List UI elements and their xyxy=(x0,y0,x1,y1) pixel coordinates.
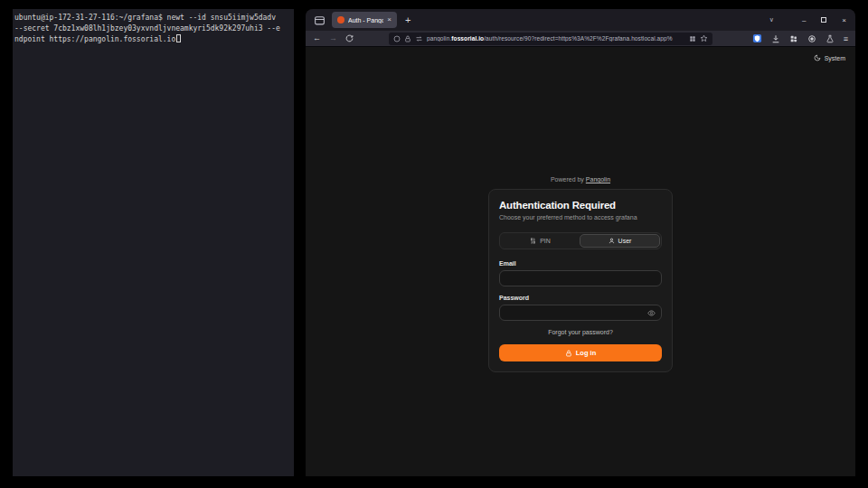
eye-icon[interactable] xyxy=(647,309,656,317)
terminal-window[interactable]: ubuntu@ip-172-31-27-116:~/grafana$ newt … xyxy=(13,9,294,476)
extensions-icon[interactable] xyxy=(789,34,798,43)
close-window-button[interactable]: × xyxy=(842,16,846,24)
email-field[interactable] xyxy=(499,270,662,286)
pangolin-link[interactable]: Pangolin xyxy=(586,176,610,183)
tab-title: Auth - Pangolin xyxy=(348,17,383,23)
auth-section: Powered by Pangolin Authentication Requi… xyxy=(488,176,673,372)
reload-button[interactable] xyxy=(345,34,354,42)
auth-card: Authentication Required Choose your pref… xyxy=(488,189,673,372)
tab-bar: Auth - Pangolin × + ∨ – × xyxy=(306,9,855,31)
desktop: ubuntu@ip-172-31-27-116:~/grafana$ newt … xyxy=(0,0,868,488)
password-field[interactable] xyxy=(499,305,662,321)
tab-pin[interactable]: PIN xyxy=(501,234,580,248)
browser-window: Auth - Pangolin × + ∨ – × ← → xyxy=(306,9,855,476)
terminal-line: ubuntu@ip-172-31-27-116:~/grafana$ newt … xyxy=(14,13,292,23)
tracking-protection-shield-icon[interactable] xyxy=(393,35,401,42)
swap-arrows-icon[interactable] xyxy=(415,35,423,42)
record-circle-extension-icon[interactable] xyxy=(807,34,816,43)
padlock-icon[interactable] xyxy=(404,35,411,42)
terminal-line: ndpoint https://pangolin.fossorial.io xyxy=(14,34,292,45)
list-all-tabs-icon[interactable]: ∨ xyxy=(769,16,774,23)
bookmark-star-icon[interactable] xyxy=(700,34,708,42)
new-tab-button[interactable]: + xyxy=(405,15,410,25)
theme-toggle-button[interactable]: System xyxy=(814,54,845,61)
flask-extension-icon[interactable] xyxy=(826,34,835,43)
password-manager-extension-icon[interactable] xyxy=(752,33,762,43)
pangolin-favicon-icon xyxy=(337,16,344,23)
firefox-view-icon[interactable] xyxy=(314,14,326,26)
auth-method-tabs: PIN User xyxy=(499,232,662,249)
theme-label: System xyxy=(825,55,845,61)
minimize-button[interactable]: – xyxy=(802,16,806,24)
address-bar[interactable]: pangolin.fossorial.io/auth/resource/90?r… xyxy=(389,33,712,45)
page-content: System Powered by Pangolin Authenticatio… xyxy=(306,47,855,476)
tab-user[interactable]: User xyxy=(580,234,660,248)
terminal-line: --secret 7cbz1xw08lh1jbzey03yxvndljvneam… xyxy=(14,23,292,34)
url-text: pangolin.fossorial.io/auth/resource/90?r… xyxy=(427,35,685,42)
powered-by: Powered by Pangolin xyxy=(488,176,673,183)
user-icon xyxy=(609,238,615,244)
tab-close-icon[interactable]: × xyxy=(387,16,392,23)
binary-icon xyxy=(530,238,536,244)
card-subtitle: Choose your preferred method to access g… xyxy=(499,214,662,221)
page-tools-grid-icon[interactable] xyxy=(689,35,696,42)
email-label: Email xyxy=(499,260,662,267)
toolbar-extensions: ≡ xyxy=(752,33,848,43)
tab-auth-pangolin[interactable]: Auth - Pangolin × xyxy=(332,12,397,28)
moon-icon xyxy=(814,54,821,61)
card-title: Authentication Required xyxy=(499,200,662,211)
login-button[interactable]: Log in xyxy=(499,344,662,361)
maximize-button[interactable] xyxy=(821,17,826,23)
lock-icon xyxy=(565,350,572,357)
downloads-icon[interactable] xyxy=(771,34,780,43)
menu-hamburger-icon[interactable]: ≡ xyxy=(844,34,848,43)
navigation-toolbar: ← → pangolin.fossorial.io/auth/resource/… xyxy=(306,31,855,47)
forward-button[interactable]: → xyxy=(329,34,337,42)
back-button[interactable]: ← xyxy=(313,34,321,42)
window-controls: ∨ – × xyxy=(769,16,846,24)
forgot-password-link[interactable]: Forgot your password? xyxy=(499,329,662,335)
password-label: Password xyxy=(499,295,662,301)
terminal-cursor xyxy=(176,34,181,42)
